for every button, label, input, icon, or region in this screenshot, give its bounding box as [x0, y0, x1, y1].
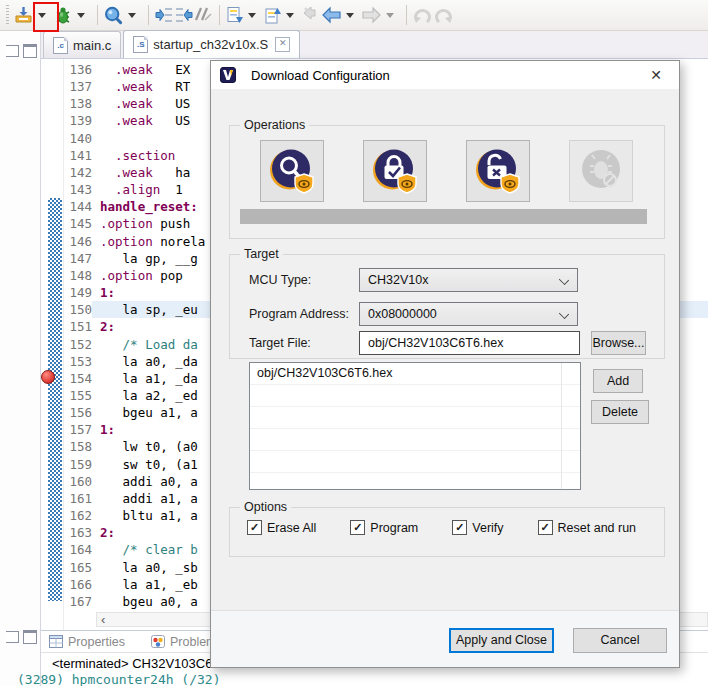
mcu-type-combobox[interactable]: CH32V10x — [359, 268, 578, 292]
line-number: 147 — [41, 250, 92, 267]
problems-icon — [151, 635, 165, 648]
last-edit-location-icon[interactable] — [301, 3, 321, 27]
line-number: 138 — [41, 95, 92, 112]
options-group-label: Options — [240, 500, 291, 514]
enable-read-protect-button[interactable] — [363, 140, 427, 202]
forward-dropdown-icon[interactable] — [386, 13, 394, 18]
line-number: 159 — [41, 456, 92, 473]
forward-icon[interactable] — [361, 3, 382, 27]
program-address-value: 0x08000000 — [368, 307, 437, 321]
operations-group-label: Operations — [240, 118, 309, 132]
restore-bottom-view-icon[interactable] — [6, 631, 19, 643]
line-number: 149 — [41, 284, 92, 301]
back-icon[interactable] — [321, 3, 342, 27]
delete-button[interactable]: Delete — [591, 400, 649, 424]
maximize-view-icon[interactable] — [23, 44, 37, 58]
line-number: 167 — [41, 593, 92, 610]
checkbox-erase-all[interactable]: ✓Erase All — [247, 520, 316, 535]
asm-file-icon: .S — [133, 36, 148, 53]
list-column-divider — [561, 363, 562, 489]
file-list-item[interactable]: obj/CH32V103C6T6.hex — [250, 363, 580, 385]
line-number: 157 — [41, 421, 92, 438]
redo-icon[interactable] — [433, 3, 454, 27]
file-list-empty-row[interactable] — [250, 473, 580, 490]
program-address-combobox[interactable]: 0x08000000 — [359, 302, 578, 326]
file-list-empty-row[interactable] — [250, 429, 580, 451]
target-file-list[interactable]: obj/CH32V103C6T6.hex — [249, 362, 581, 490]
target-file-input[interactable]: obj/CH32V103C6T6.hex — [359, 331, 580, 355]
previous-annotation-dropdown-icon[interactable] — [286, 13, 294, 18]
line-number: 148 — [41, 267, 92, 284]
toolbar-separator — [406, 5, 407, 25]
annotation-red-box — [33, 2, 59, 32]
download-progress-bar — [240, 209, 647, 224]
checkbox-box[interactable]: ✓ — [350, 520, 365, 535]
toggle-comment-icon[interactable] — [194, 3, 214, 27]
download-icon[interactable] — [13, 3, 34, 27]
browse-button[interactable]: Browse... — [591, 331, 646, 355]
tab-main-c[interactable]: .c main.c — [43, 31, 121, 58]
checkbox-verify[interactable]: ✓Verify — [452, 520, 503, 535]
query-chip-info-button[interactable] — [260, 140, 324, 202]
line-number: 141 — [41, 147, 92, 164]
c-file-icon: .c — [53, 37, 68, 54]
checkbox-reset-and-run[interactable]: ✓Reset and run — [538, 520, 637, 535]
file-list-empty-row[interactable] — [250, 407, 580, 429]
apply-and-close-button[interactable]: Apply and Close — [449, 628, 554, 653]
tab-label: main.c — [73, 38, 111, 53]
file-list-empty-row[interactable] — [250, 451, 580, 473]
mounriver-logo-icon — [220, 67, 236, 83]
tab-properties[interactable]: Properties — [49, 635, 125, 649]
line-number: 146 — [41, 233, 92, 250]
checkbox-box[interactable]: ✓ — [538, 520, 553, 535]
clear-debug-button-disabled — [569, 140, 633, 202]
line-number: 143 — [41, 181, 92, 198]
back-dropdown-icon[interactable] — [346, 13, 354, 18]
line-number: 166 — [41, 576, 92, 593]
shift-left-icon[interactable] — [174, 3, 194, 27]
breakpoint-marker[interactable] — [41, 370, 55, 384]
line-number: 140 — [41, 130, 92, 147]
cancel-button[interactable]: Cancel — [573, 628, 667, 653]
undo-icon[interactable] — [412, 3, 433, 27]
tab-label: startup_ch32v10x.S — [153, 37, 268, 52]
line-number: 160 — [41, 473, 92, 490]
checkbox-label: Program — [370, 521, 418, 535]
toolbar-grip — [6, 5, 9, 25]
editor-tab-bar: .c main.c .S startup_ch32v10x.S ✕ — [41, 31, 708, 59]
maximize-bottom-view-icon[interactable] — [23, 630, 37, 644]
next-annotation-icon[interactable] — [225, 3, 244, 27]
search-icon[interactable] — [103, 3, 124, 27]
line-number: 139 — [41, 112, 92, 129]
line-number: 161 — [41, 490, 92, 507]
checkbox-box[interactable]: ✓ — [452, 520, 467, 535]
debug-dropdown-icon[interactable] — [77, 13, 85, 18]
checkbox-box[interactable]: ✓ — [247, 520, 262, 535]
shift-right-icon[interactable] — [154, 3, 174, 27]
toolbar-separator — [97, 5, 98, 25]
restore-view-icon[interactable] — [6, 45, 19, 57]
mcu-type-label: MCU Type: — [249, 273, 311, 287]
options-checkbox-row: ✓Erase All✓Program✓Verify✓Reset and run — [247, 520, 636, 535]
checkbox-label: Verify — [472, 521, 503, 535]
line-number: 136 — [41, 61, 92, 78]
next-annotation-dropdown-icon[interactable] — [248, 13, 256, 18]
search-dropdown-icon[interactable] — [128, 13, 136, 18]
line-number: 165 — [41, 559, 92, 576]
disable-read-protect-button[interactable] — [466, 140, 530, 202]
minimized-view-bar — [0, 31, 41, 686]
tab-startup-asm[interactable]: .S startup_ch32v10x.S ✕ — [123, 30, 300, 58]
checkbox-program[interactable]: ✓Program — [350, 520, 418, 535]
line-number: 151 — [41, 318, 92, 335]
dialog-close-icon[interactable]: ✕ — [643, 65, 669, 85]
previous-annotation-icon[interactable] — [263, 3, 282, 27]
line-number: 155 — [41, 387, 92, 404]
add-button[interactable]: Add — [593, 369, 643, 393]
file-list-empty-row[interactable] — [250, 385, 580, 407]
toolbar-separator — [219, 5, 220, 25]
line-number: 145 — [41, 215, 92, 232]
tab-close-icon[interactable]: ✕ — [275, 37, 290, 52]
scroll-left-arrow[interactable]: ‹ — [101, 612, 105, 627]
ide-window: .c main.c .S startup_ch32v10x.S ✕ 136 .w… — [0, 0, 708, 686]
line-number: 144 — [41, 198, 92, 215]
